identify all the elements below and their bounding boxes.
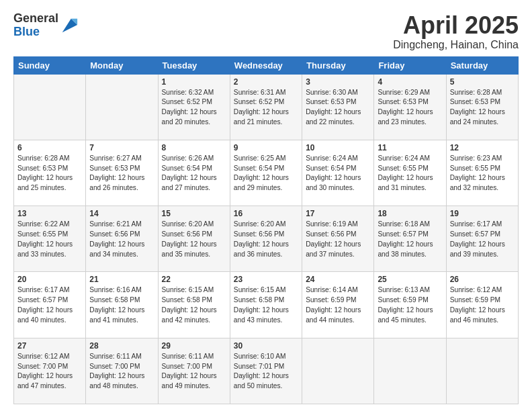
day-info: Sunrise: 6:21 AMSunset: 6:56 PMDaylight:…: [89, 220, 154, 259]
day-info: Sunrise: 6:24 AMSunset: 6:54 PMDaylight:…: [306, 154, 370, 193]
day-number: 21: [89, 275, 154, 284]
day-number: 14: [89, 209, 154, 218]
title-block: April 2025 Dingcheng, Hainan, China: [393, 12, 519, 51]
calendar-cell: 13Sunrise: 6:22 AMSunset: 6:55 PMDayligh…: [14, 206, 86, 272]
calendar-cell: 28Sunrise: 6:11 AMSunset: 7:00 PMDayligh…: [86, 338, 158, 404]
day-info: Sunrise: 6:16 AMSunset: 6:58 PMDaylight:…: [89, 285, 154, 325]
weekday-sunday: Sunday: [14, 56, 86, 74]
day-number: 18: [378, 209, 442, 218]
weekday-tuesday: Tuesday: [158, 56, 230, 74]
day-info: Sunrise: 6:18 AMSunset: 6:57 PMDaylight:…: [378, 220, 442, 259]
calendar-cell: 9Sunrise: 6:25 AMSunset: 6:54 PMDaylight…: [230, 140, 302, 205]
logo-icon: [60, 16, 79, 35]
day-number: 3: [306, 77, 370, 87]
calendar-cell: 7Sunrise: 6:27 AMSunset: 6:53 PMDaylight…: [86, 140, 158, 205]
day-number: 15: [162, 209, 226, 218]
header: GeneralBlue April 2025 Dingcheng, Hainan…: [13, 12, 519, 51]
day-info: Sunrise: 6:23 AMSunset: 6:55 PMDaylight:…: [450, 154, 515, 193]
day-number: 25: [378, 275, 442, 284]
day-info: Sunrise: 6:12 AMSunset: 6:59 PMDaylight:…: [450, 285, 515, 325]
day-number: 10: [306, 143, 370, 152]
calendar-cell: 30Sunrise: 6:10 AMSunset: 7:01 PMDayligh…: [230, 338, 302, 404]
calendar-cell: 11Sunrise: 6:24 AMSunset: 6:55 PMDayligh…: [374, 140, 446, 205]
day-info: Sunrise: 6:27 AMSunset: 6:53 PMDaylight:…: [89, 154, 154, 193]
day-info: Sunrise: 6:12 AMSunset: 7:00 PMDaylight:…: [17, 352, 82, 392]
day-number: 1: [162, 77, 226, 87]
calendar-cell: 12Sunrise: 6:23 AMSunset: 6:55 PMDayligh…: [446, 140, 518, 205]
week-row-4: 27Sunrise: 6:12 AMSunset: 7:00 PMDayligh…: [14, 338, 519, 404]
calendar-cell: 25Sunrise: 6:13 AMSunset: 6:59 PMDayligh…: [374, 272, 446, 338]
logo-general: General: [13, 11, 58, 25]
weekday-header-row: SundayMondayTuesdayWednesdayThursdayFrid…: [14, 56, 519, 74]
calendar-body: 1Sunrise: 6:32 AMSunset: 6:52 PMDaylight…: [14, 74, 519, 404]
day-info: Sunrise: 6:10 AMSunset: 7:01 PMDaylight:…: [234, 352, 298, 392]
day-number: 20: [17, 275, 82, 284]
calendar-cell: 14Sunrise: 6:21 AMSunset: 6:56 PMDayligh…: [86, 206, 158, 272]
calendar-cell: [86, 74, 158, 140]
day-number: 26: [450, 275, 515, 284]
location: Dingcheng, Hainan, China: [393, 39, 519, 51]
day-number: 7: [89, 143, 154, 152]
calendar-cell: 26Sunrise: 6:12 AMSunset: 6:59 PMDayligh…: [446, 272, 518, 338]
calendar-cell: 27Sunrise: 6:12 AMSunset: 7:00 PMDayligh…: [14, 338, 86, 404]
day-info: Sunrise: 6:20 AMSunset: 6:56 PMDaylight:…: [162, 220, 226, 259]
calendar-cell: 2Sunrise: 6:31 AMSunset: 6:52 PMDaylight…: [230, 74, 302, 140]
day-info: Sunrise: 6:11 AMSunset: 7:00 PMDaylight:…: [89, 352, 154, 392]
day-info: Sunrise: 6:11 AMSunset: 7:00 PMDaylight:…: [162, 352, 226, 392]
calendar-table: SundayMondayTuesdayWednesdayThursdayFrid…: [13, 56, 519, 404]
day-number: 30: [234, 341, 298, 351]
calendar-cell: [302, 338, 374, 404]
calendar-cell: 15Sunrise: 6:20 AMSunset: 6:56 PMDayligh…: [158, 206, 230, 272]
day-number: 11: [378, 143, 442, 152]
calendar-cell: 6Sunrise: 6:28 AMSunset: 6:53 PMDaylight…: [14, 140, 86, 205]
calendar-cell: [14, 74, 86, 140]
day-number: 13: [17, 209, 82, 218]
calendar-cell: 5Sunrise: 6:28 AMSunset: 6:53 PMDaylight…: [446, 74, 518, 140]
day-info: Sunrise: 6:30 AMSunset: 6:53 PMDaylight:…: [306, 88, 370, 128]
day-info: Sunrise: 6:22 AMSunset: 6:55 PMDaylight:…: [17, 220, 82, 259]
day-info: Sunrise: 6:28 AMSunset: 6:53 PMDaylight:…: [17, 154, 82, 193]
logo: GeneralBlue: [13, 12, 79, 39]
calendar-cell: 8Sunrise: 6:26 AMSunset: 6:54 PMDaylight…: [158, 140, 230, 205]
calendar-cell: 1Sunrise: 6:32 AMSunset: 6:52 PMDaylight…: [158, 74, 230, 140]
day-info: Sunrise: 6:13 AMSunset: 6:59 PMDaylight:…: [378, 285, 442, 325]
day-info: Sunrise: 6:29 AMSunset: 6:53 PMDaylight:…: [378, 88, 442, 128]
day-info: Sunrise: 6:26 AMSunset: 6:54 PMDaylight:…: [162, 154, 226, 193]
calendar-cell: 29Sunrise: 6:11 AMSunset: 7:00 PMDayligh…: [158, 338, 230, 404]
weekday-wednesday: Wednesday: [230, 56, 302, 74]
calendar-cell: 24Sunrise: 6:14 AMSunset: 6:59 PMDayligh…: [302, 272, 374, 338]
day-number: 9: [234, 143, 298, 152]
weekday-friday: Friday: [374, 56, 446, 74]
week-row-2: 13Sunrise: 6:22 AMSunset: 6:55 PMDayligh…: [14, 206, 519, 272]
day-info: Sunrise: 6:15 AMSunset: 6:58 PMDaylight:…: [234, 285, 298, 325]
calendar-cell: [374, 338, 446, 404]
day-number: 4: [378, 77, 442, 87]
day-number: 17: [306, 209, 370, 218]
calendar-cell: 22Sunrise: 6:15 AMSunset: 6:58 PMDayligh…: [158, 272, 230, 338]
day-info: Sunrise: 6:25 AMSunset: 6:54 PMDaylight:…: [234, 154, 298, 193]
calendar-cell: 10Sunrise: 6:24 AMSunset: 6:54 PMDayligh…: [302, 140, 374, 205]
calendar-cell: 17Sunrise: 6:19 AMSunset: 6:56 PMDayligh…: [302, 206, 374, 272]
day-number: 16: [234, 209, 298, 218]
day-number: 22: [162, 275, 226, 284]
day-number: 23: [234, 275, 298, 284]
day-info: Sunrise: 6:20 AMSunset: 6:56 PMDaylight:…: [234, 220, 298, 259]
day-number: 28: [89, 341, 154, 351]
day-info: Sunrise: 6:28 AMSunset: 6:53 PMDaylight:…: [450, 88, 515, 128]
day-number: 6: [17, 143, 82, 152]
weekday-monday: Monday: [86, 56, 158, 74]
day-number: 29: [162, 341, 226, 351]
day-number: 2: [234, 77, 298, 87]
calendar-cell: 23Sunrise: 6:15 AMSunset: 6:58 PMDayligh…: [230, 272, 302, 338]
calendar-cell: 19Sunrise: 6:17 AMSunset: 6:57 PMDayligh…: [446, 206, 518, 272]
calendar-cell: 20Sunrise: 6:17 AMSunset: 6:57 PMDayligh…: [14, 272, 86, 338]
day-info: Sunrise: 6:17 AMSunset: 6:57 PMDaylight:…: [17, 285, 82, 325]
day-number: 24: [306, 275, 370, 284]
day-info: Sunrise: 6:19 AMSunset: 6:56 PMDaylight:…: [306, 220, 370, 259]
day-info: Sunrise: 6:17 AMSunset: 6:57 PMDaylight:…: [450, 220, 515, 259]
weekday-saturday: Saturday: [446, 56, 518, 74]
day-info: Sunrise: 6:31 AMSunset: 6:52 PMDaylight:…: [234, 88, 298, 128]
day-info: Sunrise: 6:32 AMSunset: 6:52 PMDaylight:…: [162, 88, 226, 128]
calendar-cell: [446, 338, 518, 404]
calendar-cell: 16Sunrise: 6:20 AMSunset: 6:56 PMDayligh…: [230, 206, 302, 272]
